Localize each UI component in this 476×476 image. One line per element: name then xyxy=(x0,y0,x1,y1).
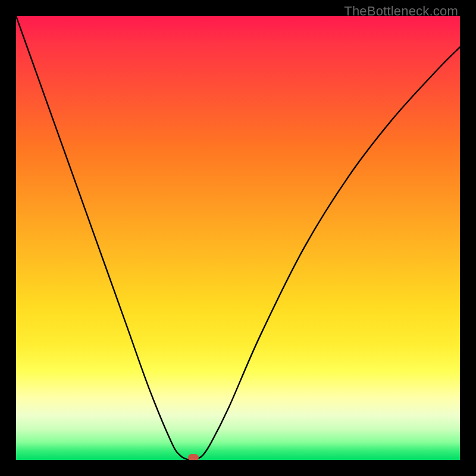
plot-area xyxy=(16,16,460,460)
watermark-text: TheBottleneck.com xyxy=(344,4,458,19)
optimal-marker xyxy=(188,454,199,460)
bottleneck-curve xyxy=(16,16,460,460)
curve-layer xyxy=(16,16,460,460)
